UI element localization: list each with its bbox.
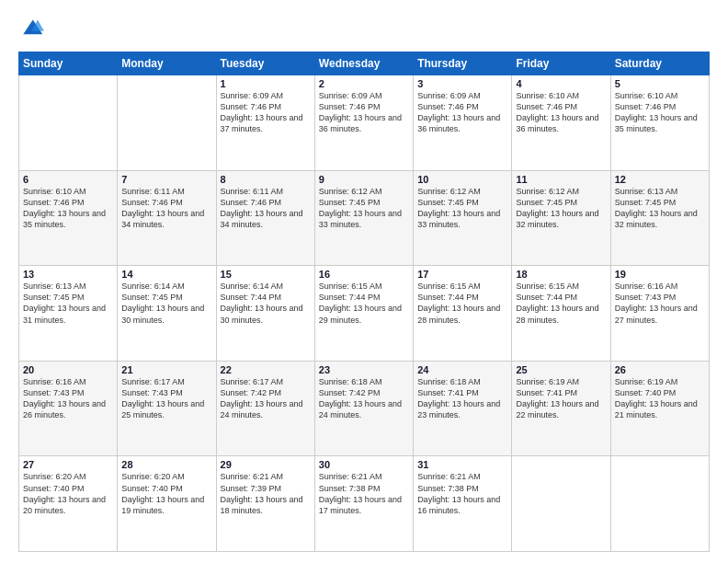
day-number: 18 <box>516 269 606 280</box>
calendar-cell: 27Sunrise: 6:20 AM Sunset: 7:40 PM Dayli… <box>19 456 118 552</box>
day-info: Sunrise: 6:17 AM Sunset: 7:43 PM Dayligh… <box>121 376 211 421</box>
day-number: 4 <box>516 78 606 89</box>
day-number: 31 <box>417 459 507 470</box>
calendar-cell: 23Sunrise: 6:18 AM Sunset: 7:42 PM Dayli… <box>314 361 413 456</box>
calendar-cell: 11Sunrise: 6:12 AM Sunset: 7:45 PM Dayli… <box>512 170 610 266</box>
calendar-cell: 15Sunrise: 6:14 AM Sunset: 7:44 PM Dayli… <box>216 266 314 362</box>
day-number: 12 <box>615 174 705 185</box>
week-row-3: 13Sunrise: 6:13 AM Sunset: 7:45 PM Dayli… <box>19 266 710 362</box>
calendar-cell: 6Sunrise: 6:10 AM Sunset: 7:46 PM Daylig… <box>19 170 118 266</box>
calendar-cell: 3Sunrise: 6:09 AM Sunset: 7:46 PM Daylig… <box>414 75 512 171</box>
weekday-header-tuesday: Tuesday <box>216 52 314 75</box>
day-number: 16 <box>319 269 409 280</box>
calendar-cell: 7Sunrise: 6:11 AM Sunset: 7:46 PM Daylig… <box>118 170 216 266</box>
day-number: 25 <box>516 364 606 375</box>
day-info: Sunrise: 6:10 AM Sunset: 7:46 PM Dayligh… <box>615 90 705 135</box>
weekday-header-monday: Monday <box>118 52 216 75</box>
calendar-cell: 14Sunrise: 6:14 AM Sunset: 7:45 PM Dayli… <box>118 266 216 362</box>
day-info: Sunrise: 6:18 AM Sunset: 7:42 PM Dayligh… <box>319 376 409 421</box>
weekday-header-sunday: Sunday <box>19 52 118 75</box>
day-number: 23 <box>319 364 409 375</box>
day-number: 19 <box>615 269 705 280</box>
calendar-cell: 25Sunrise: 6:19 AM Sunset: 7:41 PM Dayli… <box>512 361 610 456</box>
day-number: 29 <box>221 459 311 470</box>
day-info: Sunrise: 6:10 AM Sunset: 7:46 PM Dayligh… <box>23 186 113 231</box>
day-info: Sunrise: 6:12 AM Sunset: 7:45 PM Dayligh… <box>417 186 507 231</box>
weekday-header-friday: Friday <box>512 52 610 75</box>
calendar-cell: 24Sunrise: 6:18 AM Sunset: 7:41 PM Dayli… <box>414 361 512 456</box>
calendar-cell: 9Sunrise: 6:12 AM Sunset: 7:45 PM Daylig… <box>314 170 413 266</box>
day-number: 6 <box>23 174 113 185</box>
day-info: Sunrise: 6:12 AM Sunset: 7:45 PM Dayligh… <box>319 186 409 231</box>
day-info: Sunrise: 6:16 AM Sunset: 7:43 PM Dayligh… <box>615 281 705 326</box>
day-info: Sunrise: 6:14 AM Sunset: 7:45 PM Dayligh… <box>121 281 211 326</box>
calendar-cell <box>118 75 216 171</box>
day-number: 1 <box>221 78 311 89</box>
day-info: Sunrise: 6:13 AM Sunset: 7:45 PM Dayligh… <box>615 186 705 231</box>
header <box>18 17 710 42</box>
weekday-header-thursday: Thursday <box>414 52 512 75</box>
calendar-cell: 10Sunrise: 6:12 AM Sunset: 7:45 PM Dayli… <box>414 170 512 266</box>
day-info: Sunrise: 6:09 AM Sunset: 7:46 PM Dayligh… <box>319 90 409 135</box>
day-info: Sunrise: 6:19 AM Sunset: 7:41 PM Dayligh… <box>516 376 606 421</box>
day-number: 14 <box>121 269 211 280</box>
day-number: 15 <box>221 269 311 280</box>
day-number: 17 <box>417 269 507 280</box>
week-row-2: 6Sunrise: 6:10 AM Sunset: 7:46 PM Daylig… <box>19 170 710 266</box>
day-info: Sunrise: 6:21 AM Sunset: 7:38 PM Dayligh… <box>417 471 507 516</box>
day-number: 11 <box>516 174 606 185</box>
day-number: 24 <box>417 364 507 375</box>
calendar-cell: 17Sunrise: 6:15 AM Sunset: 7:44 PM Dayli… <box>414 266 512 362</box>
day-number: 28 <box>121 459 211 470</box>
calendar-cell: 31Sunrise: 6:21 AM Sunset: 7:38 PM Dayli… <box>414 456 512 552</box>
day-info: Sunrise: 6:17 AM Sunset: 7:42 PM Dayligh… <box>221 376 311 421</box>
calendar-cell: 2Sunrise: 6:09 AM Sunset: 7:46 PM Daylig… <box>314 75 413 171</box>
calendar-cell <box>512 456 610 552</box>
weekday-header-saturday: Saturday <box>610 52 709 75</box>
day-info: Sunrise: 6:11 AM Sunset: 7:46 PM Dayligh… <box>121 186 211 231</box>
week-row-5: 27Sunrise: 6:20 AM Sunset: 7:40 PM Dayli… <box>19 456 710 552</box>
day-number: 13 <box>23 269 113 280</box>
day-number: 26 <box>615 364 705 375</box>
day-info: Sunrise: 6:15 AM Sunset: 7:44 PM Dayligh… <box>319 281 409 326</box>
calendar-cell: 19Sunrise: 6:16 AM Sunset: 7:43 PM Dayli… <box>610 266 709 362</box>
calendar-cell: 18Sunrise: 6:15 AM Sunset: 7:44 PM Dayli… <box>512 266 610 362</box>
day-info: Sunrise: 6:20 AM Sunset: 7:40 PM Dayligh… <box>121 471 211 516</box>
calendar-cell: 5Sunrise: 6:10 AM Sunset: 7:46 PM Daylig… <box>610 75 709 171</box>
day-number: 2 <box>319 78 409 89</box>
day-info: Sunrise: 6:10 AM Sunset: 7:46 PM Dayligh… <box>516 90 606 135</box>
day-info: Sunrise: 6:21 AM Sunset: 7:38 PM Dayligh… <box>319 471 409 516</box>
logo <box>18 17 48 42</box>
day-info: Sunrise: 6:19 AM Sunset: 7:40 PM Dayligh… <box>615 376 705 421</box>
day-info: Sunrise: 6:11 AM Sunset: 7:46 PM Dayligh… <box>221 186 311 231</box>
calendar-cell: 4Sunrise: 6:10 AM Sunset: 7:46 PM Daylig… <box>512 75 610 171</box>
day-number: 9 <box>319 174 409 185</box>
logo-icon <box>18 17 44 42</box>
week-row-1: 1Sunrise: 6:09 AM Sunset: 7:46 PM Daylig… <box>19 75 710 171</box>
day-info: Sunrise: 6:15 AM Sunset: 7:44 PM Dayligh… <box>516 281 606 326</box>
day-number: 20 <box>23 364 113 375</box>
week-row-4: 20Sunrise: 6:16 AM Sunset: 7:43 PM Dayli… <box>19 361 710 456</box>
day-number: 21 <box>121 364 211 375</box>
weekday-header-wednesday: Wednesday <box>314 52 413 75</box>
day-number: 30 <box>319 459 409 470</box>
page: SundayMondayTuesdayWednesdayThursdayFrid… <box>0 0 728 563</box>
day-info: Sunrise: 6:12 AM Sunset: 7:45 PM Dayligh… <box>516 186 606 231</box>
day-number: 7 <box>121 174 211 185</box>
calendar-cell <box>19 75 118 171</box>
calendar-cell: 30Sunrise: 6:21 AM Sunset: 7:38 PM Dayli… <box>314 456 413 552</box>
calendar-cell: 21Sunrise: 6:17 AM Sunset: 7:43 PM Dayli… <box>118 361 216 456</box>
day-number: 3 <box>417 78 507 89</box>
calendar-cell: 22Sunrise: 6:17 AM Sunset: 7:42 PM Dayli… <box>216 361 314 456</box>
day-number: 8 <box>221 174 311 185</box>
calendar-cell: 12Sunrise: 6:13 AM Sunset: 7:45 PM Dayli… <box>610 170 709 266</box>
day-info: Sunrise: 6:09 AM Sunset: 7:46 PM Dayligh… <box>417 90 507 135</box>
day-number: 27 <box>23 459 113 470</box>
day-info: Sunrise: 6:20 AM Sunset: 7:40 PM Dayligh… <box>23 471 113 516</box>
calendar-cell: 13Sunrise: 6:13 AM Sunset: 7:45 PM Dayli… <box>19 266 118 362</box>
calendar-cell <box>610 456 709 552</box>
day-info: Sunrise: 6:14 AM Sunset: 7:44 PM Dayligh… <box>221 281 311 326</box>
calendar-cell: 8Sunrise: 6:11 AM Sunset: 7:46 PM Daylig… <box>216 170 314 266</box>
day-info: Sunrise: 6:21 AM Sunset: 7:39 PM Dayligh… <box>221 471 311 516</box>
day-number: 10 <box>417 174 507 185</box>
